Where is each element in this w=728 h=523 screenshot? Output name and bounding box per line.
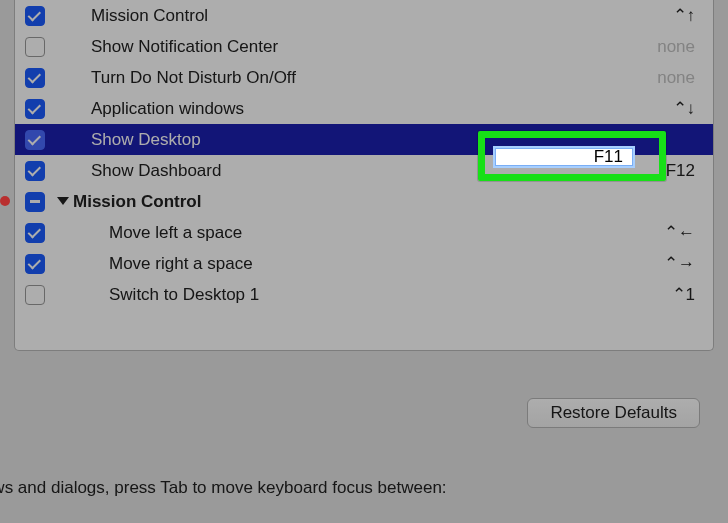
checkbox-mission-control[interactable] xyxy=(25,6,45,26)
group-label: Mission Control xyxy=(73,192,201,212)
checkbox-show-desktop[interactable] xyxy=(25,130,45,150)
checkbox-group-mixed[interactable] xyxy=(25,192,45,212)
checkbox-show-dashboard[interactable] xyxy=(25,161,45,181)
checkbox-switch-desktop-1[interactable] xyxy=(25,285,45,305)
shortcut-value[interactable]: ⌃1 xyxy=(635,284,695,305)
row-do-not-disturb[interactable]: Turn Do Not Disturb On/Off none xyxy=(15,62,713,93)
row-label: Move right a space xyxy=(109,254,635,274)
row-label: Turn Do Not Disturb On/Off xyxy=(91,68,635,88)
shortcut-editor-value: F11 xyxy=(594,147,623,167)
row-application-windows[interactable]: Application windows ⌃↓ xyxy=(15,93,713,124)
decorative-dot-icon xyxy=(0,196,10,206)
row-label: Mission Control xyxy=(91,6,635,26)
row-label: Application windows xyxy=(91,99,635,119)
shortcut-value[interactable]: ⌃↑ xyxy=(635,5,695,26)
restore-defaults-button[interactable]: Restore Defaults xyxy=(527,398,700,428)
checkbox-app-windows[interactable] xyxy=(25,99,45,119)
row-move-right-space[interactable]: Move right a space ⌃→ xyxy=(15,248,713,279)
row-move-left-space[interactable]: Move left a space ⌃← xyxy=(15,217,713,248)
row-label: Move left a space xyxy=(109,223,635,243)
disclosure-triangle-icon[interactable] xyxy=(57,197,69,205)
shortcut-value[interactable]: ⌃← xyxy=(635,222,695,243)
row-label: Show Notification Center xyxy=(91,37,635,57)
checkbox-dnd[interactable] xyxy=(25,68,45,88)
shortcut-value[interactable]: ⌃↓ xyxy=(635,98,695,119)
row-switch-desktop-1[interactable]: Switch to Desktop 1 ⌃1 xyxy=(15,279,713,310)
row-mission-control[interactable]: Mission Control ⌃↑ xyxy=(15,0,713,31)
row-show-notification-center[interactable]: Show Notification Center none xyxy=(15,31,713,62)
shortcut-editor-input[interactable]: F11 xyxy=(493,146,635,168)
shortcut-value[interactable]: ⌃→ xyxy=(635,253,695,274)
hint-text: ndows and dialogs, press Tab to move key… xyxy=(0,478,447,498)
shortcut-value[interactable]: none xyxy=(635,68,695,88)
shortcut-value[interactable]: none xyxy=(635,37,695,57)
checkbox-notification-center[interactable] xyxy=(25,37,45,57)
checkbox-move-left[interactable] xyxy=(25,223,45,243)
checkbox-move-right[interactable] xyxy=(25,254,45,274)
row-group-mission-control[interactable]: Mission Control xyxy=(15,186,713,217)
row-label: Switch to Desktop 1 xyxy=(109,285,635,305)
